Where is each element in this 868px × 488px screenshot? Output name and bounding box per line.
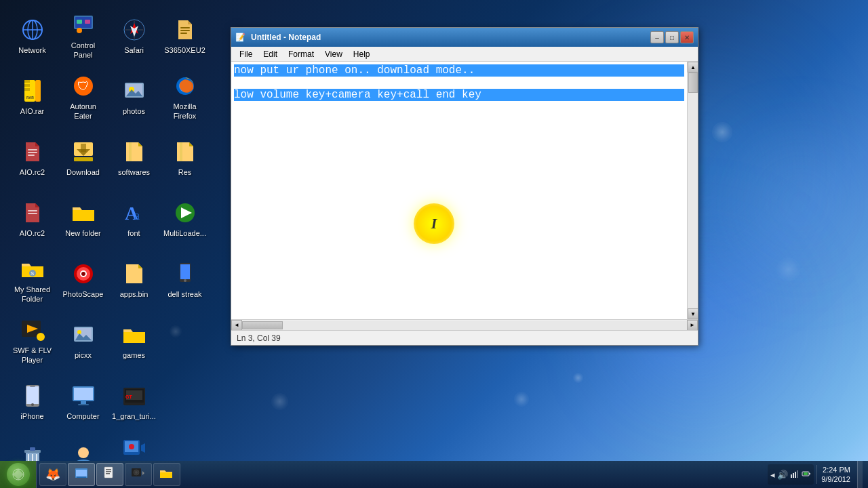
notepad-maximize-btn[interactable]: □: [665, 31, 679, 43]
start-orb: [7, 463, 30, 486]
desktop-icon-font[interactable]: A a font: [108, 190, 159, 247]
desktop-icon-games[interactable]: games: [108, 312, 159, 369]
cursor-indicator: I: [414, 203, 454, 244]
notepad-menu-help[interactable]: Help: [348, 48, 376, 60]
svg-rect-89: [76, 470, 87, 476]
start-button[interactable]: [0, 461, 37, 488]
notepad-menu-format[interactable]: Format: [283, 48, 319, 60]
notepad-minimize-btn[interactable]: –: [650, 31, 664, 43]
notepad-titlebar: 📝 Untitled - Notepad – □ ✕: [231, 28, 698, 47]
svg-rect-16: [180, 27, 190, 28]
mozilla-firefox-label: Mozilla Firefox: [163, 102, 207, 120]
download-label: Download: [66, 168, 100, 177]
desktop-icon-download[interactable]: Download: [58, 129, 108, 186]
s3650-icon: [172, 16, 199, 43]
desktop-icon-apps-bin[interactable]: apps.bin: [108, 251, 159, 308]
desktop-icon-new-folder[interactable]: New folder: [58, 190, 108, 247]
svg-point-6: [77, 28, 82, 33]
show-desktop-button[interactable]: [857, 461, 863, 488]
font-icon: A a: [121, 199, 148, 226]
desktop-icon-photos[interactable]: photos: [108, 68, 159, 125]
desktop-icon-s3650[interactable]: S3650XEU2: [159, 7, 210, 64]
multiloader-label: MultiLoade...: [163, 229, 206, 238]
aio-rc2-label: AIO.rc2: [20, 168, 45, 177]
svg-rect-39: [74, 157, 93, 161]
desktop-icon-multiloader[interactable]: MultiLoade...: [159, 190, 210, 247]
scroll-thumb[interactable]: [688, 73, 698, 93]
download-icon: [70, 138, 97, 165]
gran-turi-icon: GT: [121, 382, 148, 409]
taskbar-notepad-icon: [102, 466, 116, 483]
desktop-icon-gran-turi[interactable]: GT 1_gran_turi...: [108, 373, 159, 430]
svg-rect-41: [180, 142, 182, 161]
svg-rect-91: [104, 467, 113, 478]
desktop-icon-res[interactable]: Res: [159, 129, 210, 186]
svg-rect-104: [804, 472, 808, 475]
svg-rect-35: [28, 155, 35, 156]
desktop-icon-my-shared[interactable]: S My Shared Folder: [7, 251, 58, 308]
svg-rect-33: [28, 149, 37, 150]
scroll-right-btn[interactable]: ►: [687, 320, 698, 331]
notepad-line-1: now put ur phone on.. download mode..: [234, 64, 684, 77]
notepad-line-2: low volume key+camera key+call end key: [234, 89, 684, 101]
svg-rect-101: [795, 472, 796, 478]
desktop-icon-mozilla[interactable]: Mozilla Firefox: [159, 68, 210, 125]
notepad-menu-view[interactable]: View: [319, 48, 348, 60]
systray-arrow-icon[interactable]: ◂: [770, 470, 775, 480]
svg-marker-84: [141, 443, 145, 453]
taskbar-explorer-icon: [74, 466, 89, 484]
scroll-down-btn[interactable]: ▼: [688, 308, 698, 319]
notepad-vertical-scrollbar[interactable]: ▲ ▼: [687, 62, 698, 319]
computer-label: Computer: [66, 412, 99, 421]
notepad-close-btn[interactable]: ✕: [680, 31, 694, 43]
system-clock[interactable]: 2:24 PM 9/9/2012: [816, 465, 854, 485]
desktop-icon-dell-streak[interactable]: dell streak: [159, 251, 210, 308]
desktop-icon-aio-rc2-2[interactable]: AIO.rc2: [7, 190, 58, 247]
notepad-menu-file[interactable]: File: [234, 48, 258, 60]
desktop-icon-softwares[interactable]: softwares: [108, 129, 159, 186]
notepad-text-area[interactable]: now put ur phone on.. download mode.. lo…: [231, 62, 687, 319]
taskbar-files-btn[interactable]: [153, 463, 180, 486]
desktop-icon-swf-flv[interactable]: SWF & FLV Player: [7, 312, 58, 369]
notepad-statusbar: Ln 3, Col 39: [231, 330, 698, 345]
svg-rect-99: [791, 474, 792, 478]
desktop-icon-autorun-eater[interactable]: 🛡 Autorun Eater: [58, 68, 108, 125]
systray-battery-icon: [802, 469, 811, 481]
svg-point-86: [129, 444, 134, 449]
scroll-left-btn[interactable]: ◄: [231, 320, 242, 331]
desktop-icon-aio-rar[interactable]: RAR AIO.rar: [7, 68, 58, 125]
svg-rect-105: [809, 473, 810, 474]
desktop-icon-control-panel[interactable]: Control Panel: [58, 7, 108, 64]
scroll-up-btn[interactable]: ▲: [688, 62, 698, 73]
taskbar-right: ◂ 🔊: [762, 461, 868, 488]
svg-text:S: S: [31, 270, 34, 277]
notepad-menu-edit[interactable]: Edit: [258, 48, 283, 60]
systray-volume-icon: 🔊: [777, 470, 788, 480]
swf-flv-label: SWF & FLV Player: [10, 346, 54, 364]
title-controls: – □ ✕: [650, 31, 694, 43]
desktop-icon-photoscap[interactable]: PhotoScape: [58, 251, 108, 308]
desktop-icon-safari[interactable]: Safari: [108, 7, 159, 64]
desktop-icon-computer[interactable]: Computer: [58, 373, 108, 430]
desktop-icon-aio-rc2[interactable]: AIO.rc2: [7, 129, 58, 186]
taskbar-firefox-btn[interactable]: 🦊: [39, 463, 66, 486]
svg-rect-38: [81, 144, 86, 152]
h-scroll-track: [242, 321, 687, 330]
notepad-content: now put ur phone on.. download mode.. lo…: [231, 62, 698, 319]
svg-rect-43: [28, 213, 37, 214]
my-shared-folder-icon: S: [19, 256, 46, 283]
safari-label: Safari: [124, 46, 144, 55]
taskbar-notepad-btn[interactable]: [96, 463, 123, 486]
desktop-icon-iphone[interactable]: iPhone: [7, 373, 58, 430]
h-scroll-thumb[interactable]: [242, 321, 283, 329]
desktop-icon-picxx[interactable]: picxx: [58, 312, 108, 369]
taskbar-explorer-btn[interactable]: [68, 463, 95, 486]
svg-rect-69: [74, 388, 93, 400]
svg-rect-94: [106, 473, 110, 474]
notepad-line-3: [234, 101, 684, 113]
taskbar-media-icon: [131, 466, 144, 483]
taskbar-media-btn[interactable]: [125, 463, 152, 486]
svg-rect-42: [28, 210, 37, 211]
notepad-horizontal-scrollbar[interactable]: ◄ ►: [231, 319, 698, 330]
desktop-icon-network[interactable]: Network: [7, 7, 58, 64]
